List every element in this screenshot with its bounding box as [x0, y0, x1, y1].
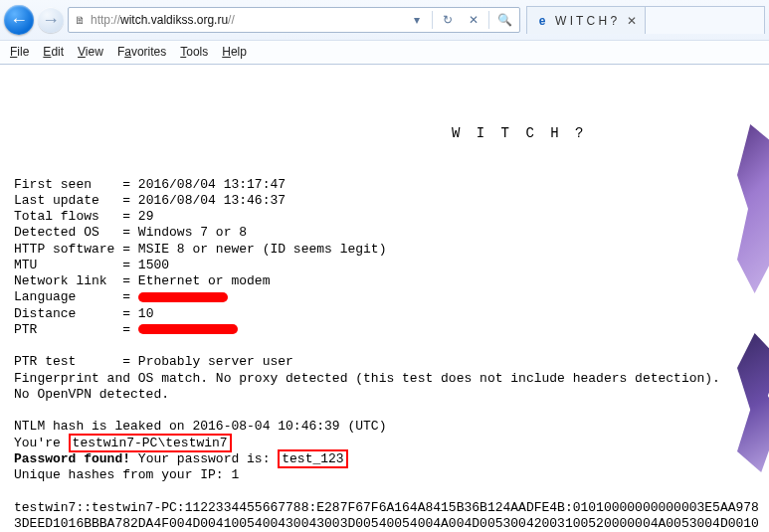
- nav-row: 🗎 http://witch.valdikss.org.ru// ▾ ↻ ✕ 🔍…: [0, 0, 769, 40]
- new-tab-button[interactable]: [646, 6, 765, 34]
- page-icon: 🗎: [73, 13, 87, 27]
- menu-favorites[interactable]: Favorites: [117, 45, 166, 59]
- close-icon[interactable]: ✕: [627, 14, 637, 28]
- hash-dump: testwin7::testwin7-PC:1122334455667788:E…: [14, 500, 761, 533]
- separator: [432, 11, 433, 29]
- witch-illustration-bottom: [737, 333, 769, 472]
- tab-strip: e W I T C H ? ✕: [526, 6, 765, 34]
- menu-bar: File Edit View Favorites Tools Help: [0, 40, 769, 64]
- page-title: W I T C H ?: [14, 125, 761, 143]
- row-distance: Distance = 10: [14, 306, 153, 321]
- ie-favicon: e: [535, 14, 549, 28]
- browser-chrome: 🗎 http://witch.valdikss.org.ru// ▾ ↻ ✕ 🔍…: [0, 0, 769, 65]
- password-line: Password found! Your password is: test_1…: [14, 449, 348, 468]
- page-body: W I T C H ? First seen = 2016/08/04 13:1…: [0, 65, 769, 532]
- row-total-flows: Total flows = 29: [14, 209, 153, 224]
- unique-hashes-line: Unique hashes from your IP: 1: [14, 467, 239, 482]
- username-box: testwin7-PC\testwin7: [69, 434, 232, 452]
- back-button[interactable]: [4, 5, 34, 35]
- url-text: http://witch.valdikss.org.ru//: [91, 13, 402, 27]
- redacted-ptr: [138, 324, 238, 334]
- fingerprint-line: Fingerprint and OS match. No proxy detec…: [14, 371, 720, 386]
- redacted-language: [138, 292, 228, 302]
- forward-button[interactable]: [38, 7, 64, 33]
- row-ptr-test: PTR test = Probably server user: [14, 354, 293, 369]
- separator: [488, 11, 489, 29]
- ntlm-line: NTLM hash is leaked on 2016-08-04 10:46:…: [14, 419, 386, 434]
- menu-help[interactable]: Help: [222, 45, 247, 59]
- row-network-link: Network link = Ethernet or modem: [14, 273, 270, 288]
- row-language: Language =: [14, 289, 228, 304]
- youre-line: You're testwin7-PC\testwin7: [14, 434, 232, 452]
- menu-file[interactable]: File: [10, 45, 29, 59]
- row-first-seen: First seen = 2016/08/04 13:17:47: [14, 177, 286, 192]
- row-mtu: MTU = 1500: [14, 258, 169, 272]
- tab-title: W I T C H ?: [555, 14, 617, 28]
- menu-view[interactable]: View: [78, 45, 103, 59]
- search-icon[interactable]: 🔍: [493, 9, 515, 31]
- row-http-software: HTTP software = MSIE 8 or newer (ID seem…: [14, 242, 386, 257]
- openvpn-line: No OpenVPN detected.: [14, 387, 169, 402]
- dropdown-icon[interactable]: ▾: [406, 9, 428, 31]
- menu-tools[interactable]: Tools: [180, 45, 208, 59]
- row-ptr: PTR =: [14, 322, 238, 337]
- tab-witch[interactable]: e W I T C H ? ✕: [526, 6, 646, 34]
- refresh-icon[interactable]: ↻: [437, 9, 459, 31]
- stop-icon[interactable]: ✕: [463, 9, 484, 31]
- row-last-update: Last update = 2016/08/04 13:46:37: [14, 193, 286, 208]
- menu-edit[interactable]: Edit: [43, 45, 64, 59]
- password-box: test_123: [278, 449, 347, 468]
- address-bar[interactable]: 🗎 http://witch.valdikss.org.ru// ▾ ↻ ✕ 🔍: [68, 7, 520, 33]
- row-detected-os: Detected OS = Windows 7 or 8: [14, 225, 247, 240]
- witch-illustration-top: [737, 124, 769, 293]
